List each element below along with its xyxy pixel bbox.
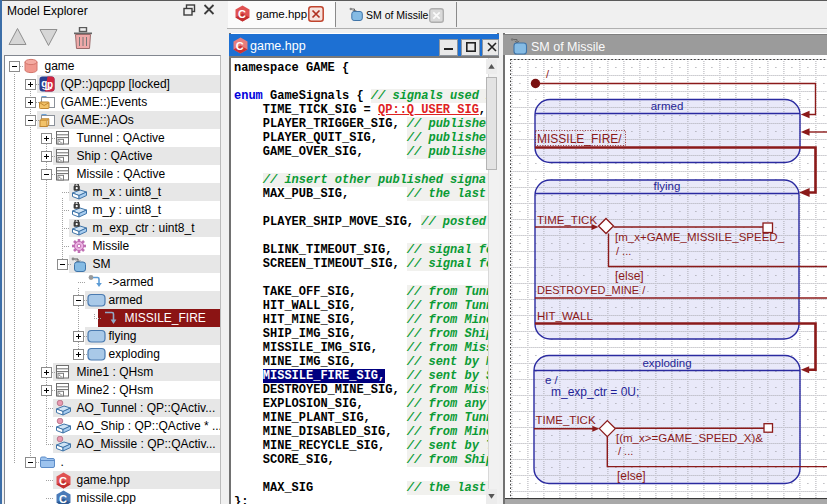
svg-text:MISSILE_FIRE/: MISSILE_FIRE/ [537, 132, 622, 146]
svg-text:armed: armed [651, 100, 684, 112]
svg-text:[else]: [else] [617, 469, 646, 483]
svg-text:[(m_x>=GAME_SPEED_X)&: [(m_x>=GAME_SPEED_X)& [616, 432, 763, 444]
svg-text:/ ...: / ... [616, 245, 631, 257]
svg-text:DESTROYED_MINE /: DESTROYED_MINE / [537, 284, 646, 296]
svg-text:C: C [238, 8, 246, 20]
svg-text:C: C [59, 493, 67, 504]
svg-text:exploding: exploding [642, 357, 691, 369]
svg-text:C: C [59, 475, 67, 487]
svg-text:m_exp_ctr = 0U;: m_exp_ctr = 0U; [551, 385, 639, 399]
svg-text:TIME_TICK: TIME_TICK [536, 414, 596, 426]
svg-text:[m_x+GAME_MISSILE_SPEED_: [m_x+GAME_MISSILE_SPEED_ [615, 231, 785, 243]
svg-text:TIME_TICK: TIME_TICK [537, 214, 597, 226]
svg-text:flying: flying [654, 180, 681, 192]
svg-text:[else]: [else] [615, 269, 644, 283]
svg-text:/ ...: / ... [618, 445, 633, 457]
svg-text:HIT_WALL: HIT_WALL [537, 310, 593, 322]
svg-text:C: C [236, 40, 244, 52]
